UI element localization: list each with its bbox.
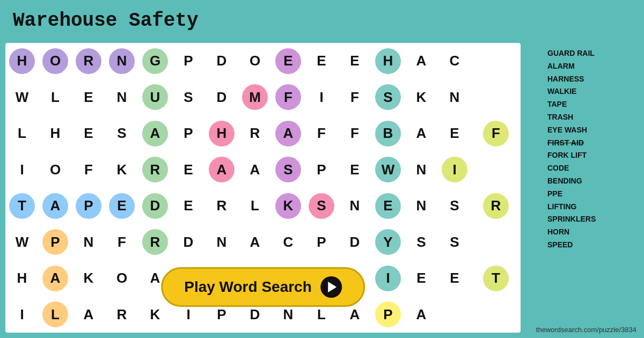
cell-1-13[interactable]: N (438, 79, 471, 116)
cell-2-14[interactable]: F (471, 115, 521, 152)
cell-3-5[interactable]: E (172, 152, 205, 188)
cell-4-2[interactable]: P (72, 188, 105, 224)
cell-2-4[interactable]: A (138, 115, 172, 152)
play-button[interactable]: Play Word Search (161, 267, 365, 307)
cell-4-0[interactable]: T (5, 188, 39, 224)
cell-5-6[interactable]: N (205, 224, 238, 261)
cell-3-0[interactable]: I (5, 152, 39, 188)
cell-2-1[interactable]: H (39, 115, 72, 152)
cell-6-1[interactable]: A (39, 260, 72, 297)
cell-1-4[interactable]: U (138, 79, 172, 116)
cell-6-14[interactable]: T (471, 260, 521, 297)
cell-1-6[interactable]: D (205, 79, 238, 116)
cell-0-0[interactable]: H (5, 43, 39, 79)
cell-3-7[interactable]: A (238, 152, 272, 188)
cell-2-0[interactable]: L (5, 115, 39, 152)
cell-7-12[interactable]: A (405, 297, 438, 333)
cell-3-6[interactable]: A (205, 152, 238, 188)
cell-7-3[interactable]: R (105, 297, 138, 333)
cell-2-13[interactable]: E (438, 115, 471, 152)
cell-4-3[interactable]: E (105, 188, 138, 224)
cell-0-5[interactable]: P (172, 43, 205, 79)
cell-2-3[interactable]: S (105, 115, 138, 152)
cell-1-8[interactable]: F (272, 79, 305, 116)
cell-2-9[interactable]: F (305, 115, 338, 152)
cell-5-7[interactable]: A (238, 224, 272, 261)
cell-1-10[interactable]: F (338, 79, 371, 116)
cell-1-0[interactable]: W (5, 79, 39, 116)
cell-3-9[interactable]: P (305, 152, 338, 188)
cell-5-9[interactable]: P (305, 224, 338, 261)
cell-0-3[interactable]: N (105, 43, 138, 79)
cell-4-8[interactable]: K (272, 188, 305, 224)
cell-2-7[interactable]: R (238, 115, 272, 152)
cell-0-7[interactable]: O (238, 43, 272, 79)
cell-1-11[interactable]: S (371, 79, 405, 116)
cell-1-7[interactable]: M (238, 79, 272, 116)
cell-4-12[interactable]: N (405, 188, 438, 224)
cell-4-4[interactable]: D (138, 188, 172, 224)
cell-5-3[interactable]: F (105, 224, 138, 261)
cell-5-4[interactable]: R (138, 224, 172, 261)
cell-5-13[interactable]: S (438, 224, 471, 261)
cell-3-10[interactable]: E (338, 152, 371, 188)
cell-3-4[interactable]: R (138, 152, 172, 188)
cell-5-0[interactable]: W (5, 224, 39, 261)
cell-2-10[interactable]: F (338, 115, 371, 152)
cell-7-11[interactable]: P (371, 297, 405, 333)
cell-1-5[interactable]: S (172, 79, 205, 116)
cell-7-4[interactable]: K (138, 297, 172, 333)
cell-4-9[interactable]: S (305, 188, 338, 224)
cell-1-2[interactable]: E (72, 79, 105, 116)
cell-5-10[interactable]: D (338, 224, 371, 261)
cell-6-13[interactable]: E (438, 260, 471, 297)
cell-1-1[interactable]: L (39, 79, 72, 116)
cell-0-9[interactable]: E (305, 43, 338, 79)
cell-0-13[interactable]: C (438, 43, 471, 79)
cell-1-9[interactable]: I (305, 79, 338, 116)
cell-7-0[interactable]: I (5, 297, 39, 333)
cell-6-2[interactable]: K (72, 260, 105, 297)
cell-5-1[interactable]: P (39, 224, 72, 261)
cell-3-11[interactable]: W (371, 152, 405, 188)
cell-2-5[interactable]: P (172, 115, 205, 152)
cell-0-1[interactable]: O (39, 43, 72, 79)
cell-0-8[interactable]: E (272, 43, 305, 79)
cell-4-5[interactable]: E (172, 188, 205, 224)
cell-6-11[interactable]: I (371, 260, 405, 297)
cell-2-6[interactable]: H (205, 115, 238, 152)
cell-3-13[interactable]: I (438, 152, 471, 188)
cell-2-8[interactable]: A (272, 115, 305, 152)
cell-6-3[interactable]: O (105, 260, 138, 297)
cell-4-6[interactable]: R (205, 188, 238, 224)
cell-4-13[interactable]: S (438, 188, 471, 224)
cell-2-11[interactable]: B (371, 115, 405, 152)
cell-0-6[interactable]: D (205, 43, 238, 79)
cell-0-10[interactable]: E (338, 43, 371, 79)
cell-5-2[interactable]: N (72, 224, 105, 261)
cell-0-4[interactable]: G (138, 43, 172, 79)
cell-3-2[interactable]: F (72, 152, 105, 188)
cell-3-1[interactable]: O (39, 152, 72, 188)
cell-7-2[interactable]: A (72, 297, 105, 333)
cell-4-11[interactable]: E (371, 188, 405, 224)
cell-3-8[interactable]: S (272, 152, 305, 188)
cell-2-2[interactable]: E (72, 115, 105, 152)
cell-5-11[interactable]: Y (371, 224, 405, 261)
cell-0-2[interactable]: R (72, 43, 105, 79)
cell-0-11[interactable]: H (371, 43, 405, 79)
cell-5-8[interactable]: C (272, 224, 305, 261)
cell-6-12[interactable]: E (405, 260, 438, 297)
cell-4-1[interactable]: A (39, 188, 72, 224)
cell-3-3[interactable]: K (105, 152, 138, 188)
cell-1-3[interactable]: N (105, 79, 138, 116)
cell-4-14[interactable]: R (471, 188, 521, 224)
cell-4-10[interactable]: N (338, 188, 371, 224)
cell-5-5[interactable]: D (172, 224, 205, 261)
cell-7-1[interactable]: L (39, 297, 72, 333)
cell-6-0[interactable]: H (5, 260, 39, 297)
cell-3-12[interactable]: N (405, 152, 438, 188)
cell-0-12[interactable]: A (405, 43, 438, 79)
cell-1-12[interactable]: K (405, 79, 438, 116)
cell-5-12[interactable]: S (405, 224, 438, 261)
